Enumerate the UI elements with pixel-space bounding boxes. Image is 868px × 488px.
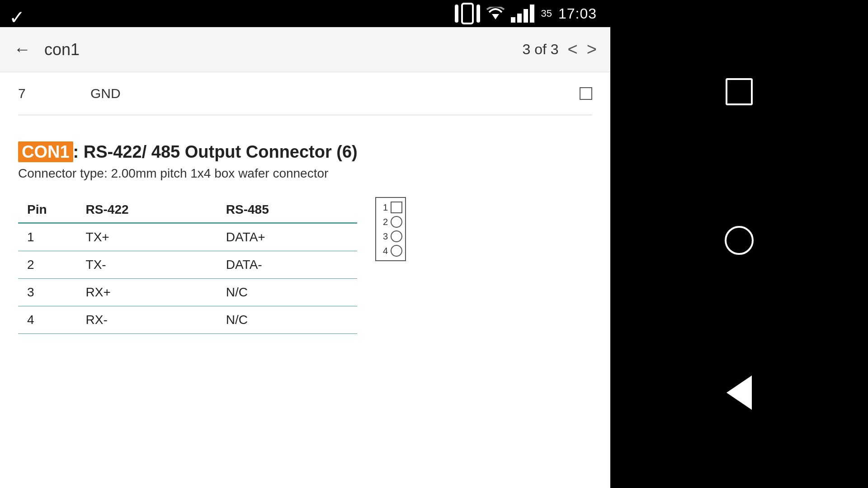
table-row: 3 RX+ N/C [18, 279, 357, 306]
cell-pin: 2 [18, 251, 77, 279]
prev-page-button[interactable]: < [568, 40, 578, 59]
col-pin-header: Pin [18, 197, 77, 223]
cell-rs422: TX+ [77, 223, 217, 251]
diagram-pin-4: 4 [379, 245, 402, 257]
signal-icon [511, 5, 534, 23]
cell-pin: 4 [18, 306, 77, 334]
table-row: 4 RX- N/C [18, 306, 357, 334]
section-heading: CON1: RS-422/ 485 Output Connector (6) C… [18, 142, 592, 181]
table-body: 1 TX+ DATA+ 2 TX- DATA- 3 RX+ N/C 4 RX- … [18, 223, 357, 334]
next-page-button[interactable]: > [587, 40, 597, 59]
connector-diagram: 1 2 3 4 [375, 197, 406, 261]
col-rs485-header: RS-485 [217, 197, 357, 223]
table-header-row: Pin RS-422 RS-485 [18, 197, 357, 223]
prev-row-number: 7 [18, 86, 54, 101]
vibrate-icon [455, 3, 480, 24]
cell-rs422: RX- [77, 306, 217, 334]
battery-percent: 35 [541, 8, 552, 19]
svg-marker-0 [492, 14, 499, 19]
cell-pin: 3 [18, 279, 77, 306]
time-display: 17:03 [558, 5, 597, 22]
table-with-diagram: Pin RS-422 RS-485 1 TX+ DATA+ 2 TX- DATA… [18, 188, 592, 334]
check-icon: ✓ [9, 6, 25, 28]
connector-table: Pin RS-422 RS-485 1 TX+ DATA+ 2 TX- DATA… [18, 197, 357, 334]
status-bar: ✓ [0, 0, 610, 27]
app-bar: ← con1 3 of 3 < > [0, 27, 610, 72]
prev-section-row: 7 GND [18, 81, 592, 115]
table-row: 2 TX- DATA- [18, 251, 357, 279]
pagination-controls: 3 of 3 < > [523, 40, 597, 59]
circle-icon[interactable] [725, 226, 754, 255]
table-row: 1 TX+ DATA+ [18, 223, 357, 251]
side-panel [610, 0, 868, 488]
wifi-icon [486, 7, 505, 20]
cell-rs485: N/C [217, 279, 357, 306]
prev-row-checkbox [580, 87, 592, 100]
prev-row-label: GND [90, 86, 121, 101]
status-icons: 35 17:03 [455, 3, 597, 24]
cell-rs485: N/C [217, 306, 357, 334]
con-label: CON1 [18, 141, 73, 162]
cell-rs485: DATA+ [217, 223, 357, 251]
document-content: 7 GND CON1: RS-422/ 485 Output Connector… [0, 72, 610, 488]
document-title: con1 [44, 40, 523, 59]
back-button[interactable]: ← [14, 40, 31, 59]
cell-rs422: TX- [77, 251, 217, 279]
diagram-pin-2: 2 [379, 216, 402, 228]
section-title-rest: : RS-422/ 485 Output Connector (6) [73, 142, 358, 161]
square-icon[interactable] [726, 78, 753, 105]
diagram-pin-1: 1 [379, 202, 402, 213]
cell-pin: 1 [18, 223, 77, 251]
section-title: CON1: RS-422/ 485 Output Connector (6) [18, 142, 592, 162]
col-rs422-header: RS-422 [77, 197, 217, 223]
cell-rs485: DATA- [217, 251, 357, 279]
battery-icon: 35 [541, 8, 552, 19]
connector-type: Connector type: 2.00mm pitch 1x4 box waf… [18, 166, 592, 181]
cell-rs422: RX+ [77, 279, 217, 306]
back-triangle-icon[interactable] [726, 375, 752, 410]
page-info: 3 of 3 [523, 41, 559, 58]
diagram-pin-3: 3 [379, 230, 402, 242]
